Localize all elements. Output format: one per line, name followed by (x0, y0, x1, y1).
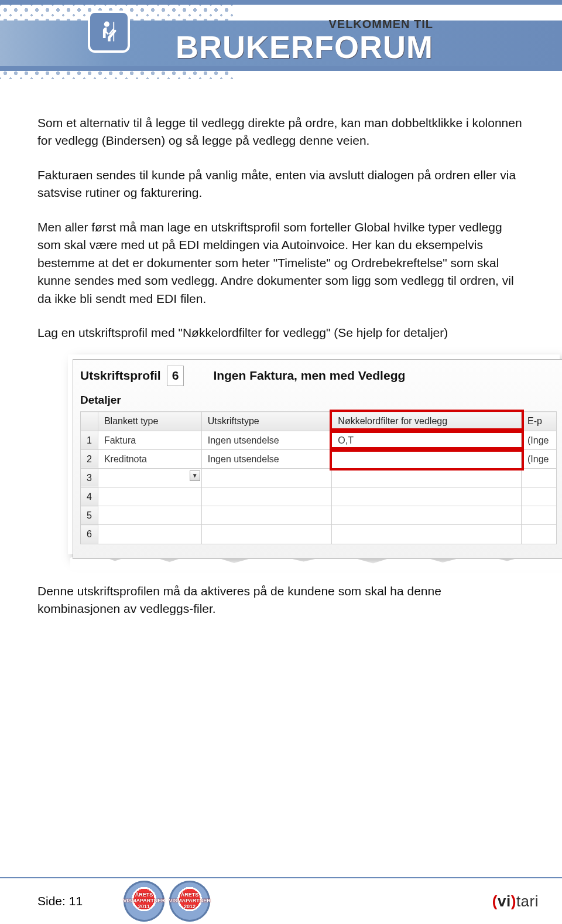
badge-2011: ÅRETS VISMAPARTNER 2011 (124, 881, 165, 922)
page-footer: Side: 11 ÅRETS VISMAPARTNER 2011 ÅRETS V… (0, 877, 562, 924)
table-row: 4 (81, 487, 557, 506)
vitari-logo: (vi)tari (492, 892, 539, 911)
profile-number-input[interactable]: 6 (167, 366, 184, 386)
banner-titles: VELKOMMEN TIL BRUKERFORUM (146, 18, 433, 63)
banner-top-strip (0, 0, 562, 5)
cell-filter[interactable] (332, 449, 522, 468)
page-number: Side: 11 (37, 894, 83, 908)
cell-filter[interactable]: O,T (332, 431, 522, 449)
cell-utskrift[interactable]: Ingen utsendelse (201, 449, 332, 468)
document-body: Som et alternativ til å legge til vedleg… (0, 79, 562, 618)
col-blankett-type[interactable]: Blankett type (98, 412, 201, 431)
cell-filter[interactable] (332, 468, 522, 487)
details-grid[interactable]: Blankett type Utskriftstype Nøkkelordfil… (80, 411, 557, 544)
cell-utskrift[interactable]: Ingen utsendelse (201, 431, 332, 449)
paragraph-2: Fakturaen sendes til kunde på vanlig måt… (37, 166, 525, 202)
col-utskriftstype[interactable]: Utskriftstype (201, 412, 332, 431)
embedded-screenshot: Utskriftsprofil 6 Ingen Faktura, men med… (73, 359, 562, 558)
col-epost[interactable]: E-p (522, 412, 557, 431)
svg-point-0 (104, 22, 109, 27)
profile-header: Utskriftsprofil 6 Ingen Faktura, men med… (80, 366, 557, 386)
table-row: 1 Faktura Ingen utsendelse O,T (Inge (81, 431, 557, 449)
cell-blankett-dropdown[interactable]: ▼ (98, 468, 201, 487)
header-banner: VELKOMMEN TIL BRUKERFORUM (0, 0, 562, 79)
profile-title: Ingen Faktura, men med Vedlegg (213, 367, 405, 384)
table-row: 6 (81, 525, 557, 544)
rownum-header (81, 412, 98, 431)
cell-utskrift[interactable] (201, 468, 332, 487)
cell-epost[interactable]: (Inge (522, 431, 557, 449)
paragraph-4: Lag en utskriftsprofil med "Nøkkelordfil… (37, 324, 525, 342)
cell-blankett[interactable]: Kreditnota (98, 449, 201, 468)
banner-bottom-strip (0, 66, 562, 71)
cell-epost[interactable] (522, 468, 557, 487)
paragraph-5: Denne utskriftsprofilen må da aktiveres … (37, 582, 525, 618)
paragraph-3: Men aller først må man lage en utskrifts… (37, 219, 525, 308)
badge-2012: ÅRETS VISMAPARTNER 2012 (169, 881, 210, 922)
profile-label: Utskriftsprofil (80, 367, 161, 384)
svg-rect-1 (113, 22, 114, 42)
paragraph-1: Som et alternativ til å legge til vedleg… (37, 114, 525, 150)
forum-title: BRUKERFORUM (146, 31, 433, 63)
col-nokkelordfilter[interactable]: Nøkkelordfilter for vedlegg (332, 412, 522, 431)
presenter-icon (88, 11, 130, 53)
table-row: 2 Kreditnota Ingen utsendelse (Inge (81, 449, 557, 468)
award-badges: ÅRETS VISMAPARTNER 2011 ÅRETS VISMAPARTN… (124, 881, 210, 922)
cell-epost[interactable]: (Inge (522, 449, 557, 468)
cell-blankett[interactable]: Faktura (98, 431, 201, 449)
chevron-down-icon[interactable]: ▼ (190, 470, 200, 481)
table-row: 3 ▼ (81, 468, 557, 487)
details-label: Detaljer (80, 392, 557, 408)
table-row: 5 (81, 506, 557, 525)
